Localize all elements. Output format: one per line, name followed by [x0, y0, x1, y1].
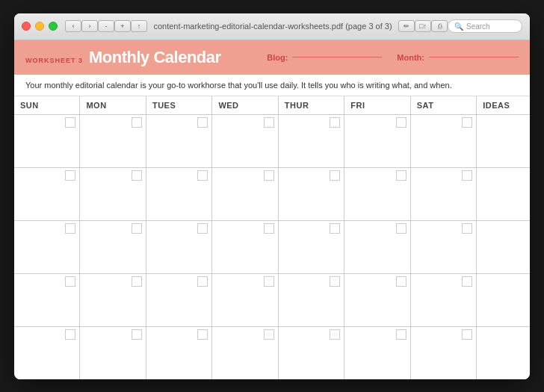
description-text: Your monthly editorial calendar is your … [14, 75, 530, 96]
worksheet-title: Monthly Calendar [89, 48, 221, 67]
cal-cell [279, 168, 344, 220]
calendar-body [14, 115, 530, 379]
pdf-content: WORKSHEET 3 Monthly Calendar Blog: Month… [14, 40, 530, 379]
cal-cell [411, 115, 477, 167]
cal-cell [146, 274, 212, 326]
day-number [462, 223, 472, 234]
day-number [65, 170, 75, 181]
day-number [132, 329, 142, 340]
day-number [65, 276, 75, 287]
window-title: content-marketing-editorial-calendar-wor… [147, 22, 398, 31]
search-icon: 🔍 [454, 22, 463, 31]
month-label: Month: [397, 53, 424, 62]
cal-cell [146, 221, 212, 273]
cal-cell [279, 274, 344, 326]
cal-cell [212, 327, 278, 379]
cal-cell [80, 168, 146, 220]
cal-cell [279, 115, 344, 167]
minimize-button[interactable] [35, 22, 44, 31]
calendar-row [14, 115, 530, 168]
blog-field: Blog: [267, 53, 382, 62]
ideas-cell [477, 327, 530, 379]
cal-cell [14, 274, 80, 326]
day-number [264, 329, 274, 340]
worksheet-number: WORKSHEET 3 [25, 57, 83, 64]
cal-cell [212, 168, 278, 220]
col-thur: THUR [279, 96, 344, 114]
col-tues: TUES [146, 96, 212, 114]
cal-cell [212, 115, 278, 167]
cal-cell [80, 115, 146, 167]
calendar-row [14, 168, 530, 221]
nav-forward-button[interactable]: › [81, 20, 98, 32]
day-number [396, 117, 407, 128]
day-number [197, 117, 208, 128]
print-button[interactable]: ⎙ [431, 20, 448, 32]
blog-label: Blog: [267, 53, 288, 62]
nav-back-button[interactable]: ‹ [65, 20, 81, 32]
day-number [264, 117, 274, 128]
day-number [197, 170, 208, 181]
cal-cell [344, 168, 410, 220]
col-sun: SUN [14, 96, 80, 114]
day-number [197, 223, 208, 234]
day-number [132, 170, 142, 181]
zoom-in-button[interactable]: + [114, 20, 131, 32]
day-number [330, 276, 340, 287]
cal-cell [14, 115, 80, 167]
ideas-cell [477, 168, 530, 220]
cal-cell [344, 115, 410, 167]
ideas-cell [477, 221, 530, 273]
day-number [330, 329, 340, 340]
day-number [65, 223, 75, 234]
calendar-row [14, 327, 530, 379]
col-wed: WED [212, 96, 278, 114]
cal-cell [344, 221, 410, 273]
worksheet-label-area: WORKSHEET 3 Monthly Calendar [25, 48, 221, 67]
month-line [429, 57, 519, 57]
export-button[interactable]: □↑ [415, 20, 431, 32]
day-number [264, 170, 274, 181]
col-ideas: IDEAS [477, 96, 530, 114]
day-number [330, 170, 340, 181]
cal-cell [146, 327, 212, 379]
cal-cell [146, 168, 212, 220]
day-number [132, 276, 142, 287]
ideas-cell [477, 115, 530, 167]
share-button[interactable]: ↑ [131, 20, 147, 32]
day-number [462, 276, 472, 287]
calendar: SUN MON TUES WED THUR FRI SAT IDEAS [14, 96, 530, 379]
traffic-lights [22, 22, 58, 31]
cal-cell [279, 327, 344, 379]
app-window: ‹ › - + ↑ content-marketing-editorial-ca… [14, 13, 530, 379]
worksheet-header: WORKSHEET 3 Monthly Calendar Blog: Month… [14, 40, 530, 75]
month-field: Month: [397, 53, 519, 62]
cal-cell [344, 327, 410, 379]
day-number [197, 329, 208, 340]
day-number [197, 276, 208, 287]
day-number [330, 117, 340, 128]
cal-cell [14, 221, 80, 273]
cal-cell [411, 168, 477, 220]
day-number [65, 329, 75, 340]
col-sat: SAT [411, 96, 477, 114]
cal-cell [14, 327, 80, 379]
day-number [396, 170, 407, 181]
zoom-out-button[interactable]: - [98, 20, 114, 32]
search-placeholder: Search [466, 22, 490, 31]
titlebar: ‹ › - + ↑ content-marketing-editorial-ca… [14, 13, 530, 40]
cal-cell [411, 327, 477, 379]
day-number [65, 117, 75, 128]
close-button[interactable] [22, 22, 31, 31]
annotate-button[interactable]: ✏ [398, 20, 415, 32]
col-mon: MON [80, 96, 146, 114]
cal-cell [279, 221, 344, 273]
calendar-header-row: SUN MON TUES WED THUR FRI SAT IDEAS [14, 96, 530, 115]
cal-cell [212, 221, 278, 273]
fullscreen-button[interactable] [49, 22, 58, 31]
search-box[interactable]: 🔍 Search [448, 19, 522, 33]
day-number [264, 223, 274, 234]
cal-cell [411, 274, 477, 326]
day-number [330, 223, 340, 234]
day-number [132, 223, 142, 234]
